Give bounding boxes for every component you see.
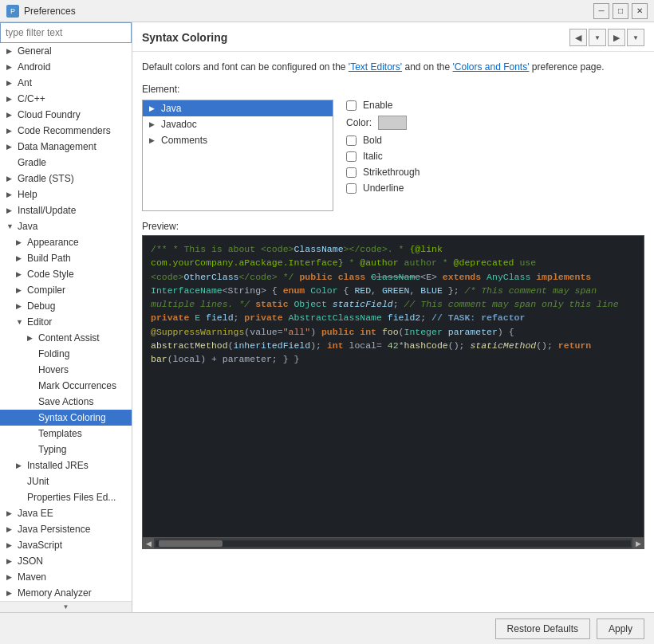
colors-fonts-link[interactable]: 'Colors and Fonts' [453,61,530,73]
forward-dropdown[interactable]: ▼ [627,29,644,46]
filter-input[interactable] [0,22,132,43]
element-panel: ▶Java▶Javadoc▶Comments Enable Color: Bol… [142,100,644,211]
scroll-right-arrow[interactable]: ▶ [632,538,644,548]
restore-defaults-button[interactable]: Restore Defaults [495,618,590,639]
title-bar: P Preferences ─ □ ✕ [0,0,654,22]
maximize-button[interactable]: □ [613,3,628,19]
sidebar-item-memory-analyzer[interactable]: ▶Memory Analyzer [0,585,132,601]
text-editors-link[interactable]: 'Text Editors' [349,61,402,73]
tree-label-cplusplus: C/C++ [18,93,45,104]
close-button[interactable]: ✕ [632,3,648,19]
bold-checkbox[interactable] [346,135,357,146]
tree-arrow-java-persistence: ▶ [6,525,16,533]
sidebar: ▶General▶Android▶Ant▶C/C++▶Cloud Foundry… [0,22,132,612]
color-row: Color: [346,116,644,130]
element-item-java[interactable]: ▶Java [143,100,333,116]
sidebar-item-javascript[interactable]: ▶JavaScript [0,537,132,553]
tree-arrow-java-editor: ▼ [16,318,26,326]
enable-label: Enable [363,100,392,111]
scroll-more-indicator[interactable]: ▼ [0,601,132,612]
tree-label-code-recommenders: Code Recommenders [18,125,111,136]
sidebar-item-general[interactable]: ▶General [0,43,132,59]
sidebar-item-java-ee[interactable]: ▶Java EE [0,505,132,521]
sidebar-item-java[interactable]: ▼Java [0,218,132,234]
sidebar-item-gradle[interactable]: Gradle [0,155,132,171]
sidebar-item-data-management[interactable]: ▶Data Management [0,139,132,155]
sidebar-item-java-properties-files-editor[interactable]: Properties Files Ed... [0,489,132,505]
preview-scrollbar-x[interactable]: ◀ ▶ [142,538,644,549]
sidebar-item-java-debug[interactable]: ▶Debug [0,298,132,314]
description-text: Default colors and font can be configure… [142,60,644,74]
sidebar-item-java-junit[interactable]: JUnit [0,473,132,489]
tree-label-java-editor-syntax-coloring: Syntax Coloring [38,412,106,423]
sidebar-item-java-editor-save-actions[interactable]: Save Actions [0,394,132,410]
sidebar-item-java-editor-typing[interactable]: Typing [0,442,132,457]
sidebar-item-java-appearance[interactable]: ▶Appearance [0,234,132,250]
sidebar-item-android[interactable]: ▶Android [0,59,132,75]
sidebar-item-install-update[interactable]: ▶Install/Update [0,202,132,218]
sidebar-item-java-persistence[interactable]: ▶Java Persistence [0,521,132,537]
sidebar-item-help[interactable]: ▶Help [0,187,132,202]
scroll-thumb[interactable] [159,540,223,547]
sidebar-item-java-editor-folding[interactable]: Folding [0,346,132,362]
color-picker-button[interactable] [378,116,407,130]
minimize-button[interactable]: ─ [593,3,609,19]
tree-arrow-java-ee: ▶ [6,509,16,517]
tree-arrow-javascript: ▶ [6,541,16,549]
sidebar-item-java-code-style[interactable]: ▶Code Style [0,266,132,282]
sidebar-item-java-build-path[interactable]: ▶Build Path [0,250,132,266]
sidebar-item-gradle-sts[interactable]: ▶Gradle (STS) [0,171,132,187]
tree-label-java-editor-folding: Folding [38,348,69,359]
sidebar-item-json[interactable]: ▶JSON [0,553,132,569]
bold-row: Bold [346,135,644,146]
tree-label-install-update: Install/Update [18,205,76,216]
sidebar-item-cplusplus[interactable]: ▶C/C++ [0,91,132,107]
tree-label-javascript: JavaScript [18,540,62,551]
forward-button[interactable]: ▶ [608,29,625,46]
tree-label-java-junit: JUnit [27,476,49,487]
strikethrough-checkbox[interactable] [346,167,357,178]
tree-label-java-appearance: Appearance [27,237,79,248]
sidebar-item-code-recommenders[interactable]: ▶Code Recommenders [0,123,132,139]
italic-row: Italic [346,151,644,162]
tree-container: ▶General▶Android▶Ant▶C/C++▶Cloud Foundry… [0,43,132,601]
element-tree: ▶Java▶Javadoc▶Comments [142,100,333,211]
sidebar-item-java-editor-syntax-coloring[interactable]: Syntax Coloring [0,410,132,426]
apply-button[interactable]: Apply [597,618,644,639]
sidebar-item-java-editor[interactable]: ▼Editor [0,314,132,330]
preview-panel: /** * This is about <code>ClassName></co… [142,235,644,538]
tree-label-java-ee: Java EE [18,508,53,519]
enable-row: Enable [346,100,644,111]
underline-row: Underline [346,183,644,194]
sidebar-item-java-editor-hovers[interactable]: Hovers [0,362,132,378]
sidebar-item-java-editor-content-assist[interactable]: ▶Content Assist [0,330,132,346]
tree-label-java-build-path: Build Path [27,253,71,264]
enable-checkbox[interactable] [346,100,357,111]
tree-arrow-memory-analyzer: ▶ [6,589,16,597]
page-title: Syntax Coloring [142,31,227,44]
tree-arrow-maven: ▶ [6,573,16,581]
tree-arrow-install-update: ▶ [6,206,16,214]
italic-checkbox[interactable] [346,151,357,162]
tree-arrow-help: ▶ [6,190,16,198]
sidebar-item-java-compiler[interactable]: ▶Compiler [0,282,132,298]
sidebar-item-maven[interactable]: ▶Maven [0,569,132,585]
sidebar-item-java-installed-jres[interactable]: ▶Installed JREs [0,457,132,473]
tree-label-java-compiler: Compiler [27,285,65,296]
sidebar-item-ant[interactable]: ▶Ant [0,75,132,91]
tree-label-java-editor-mark-occurrences: Mark Occurrences [38,380,116,391]
back-dropdown[interactable]: ▼ [589,29,606,46]
tree-arrow-java-code-style: ▶ [16,270,26,278]
back-button[interactable]: ◀ [569,29,587,46]
scroll-left-arrow[interactable]: ◀ [143,538,154,548]
sidebar-item-java-editor-templates[interactable]: Templates [0,426,132,442]
sidebar-item-java-editor-mark-occurrences[interactable]: Mark Occurrences [0,378,132,394]
italic-label: Italic [363,151,383,162]
tree-arrow-json: ▶ [6,557,16,565]
element-item-javadoc[interactable]: ▶Javadoc [143,116,333,132]
title-bar-controls: ─ □ ✕ [593,3,648,19]
sidebar-item-cloud-foundry[interactable]: ▶Cloud Foundry [0,107,132,123]
element-item-comments[interactable]: ▶Comments [143,132,333,148]
underline-checkbox[interactable] [346,183,357,194]
underline-label: Underline [363,183,404,194]
